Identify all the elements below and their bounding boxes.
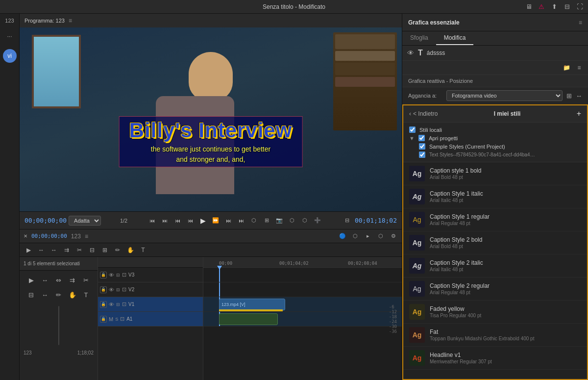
eye-v2[interactable]: 👁	[109, 287, 114, 293]
tool-ripple2[interactable]: ⇔	[53, 275, 64, 285]
tool-ripple-edit[interactable]: ↔	[40, 275, 50, 285]
lock-v3[interactable]: 🔒	[100, 272, 107, 279]
tool-cut[interactable]: ✂	[81, 275, 92, 285]
anchor-select[interactable]: Fotogramma video	[446, 90, 563, 101]
sidebar-vi-button[interactable]: vi	[3, 49, 17, 63]
style-item-caption-1-italic[interactable]: Ag Caption Style 1 italic Arial Italic 4…	[403, 185, 587, 208]
tool-align[interactable]: ⊟	[26, 289, 37, 300]
btn-export-frame[interactable]: 📷	[274, 215, 285, 226]
tool-select-arrow[interactable]: ▶	[26, 275, 37, 285]
btn-prev-frame[interactable]: ⏮	[172, 215, 183, 226]
expand-projects-icon[interactable]: ▼	[409, 135, 415, 141]
btn-go-start[interactable]: ⏮	[147, 215, 157, 226]
back-button[interactable]: ‹ < Indietro	[409, 110, 438, 117]
monitor-menu-icon[interactable]: ≡	[69, 17, 72, 24]
output-v2[interactable]: ⊡	[122, 286, 126, 293]
btn-step-fwd[interactable]: ⏩	[210, 215, 221, 226]
tool-hand[interactable]: ✋	[125, 245, 135, 255]
tab-sfoglia[interactable]: Sfoglia	[402, 31, 436, 45]
tool-rate-stretch[interactable]: ⇉	[67, 275, 78, 285]
eye-v3[interactable]: 👁	[109, 272, 114, 278]
btn-play[interactable]: ▶	[197, 215, 208, 226]
output-v3[interactable]: ⊡	[122, 272, 126, 278]
scrub-icon[interactable]: ⊟	[342, 215, 353, 226]
timeline-menu-icon[interactable]: ≡	[85, 233, 88, 240]
style-item-caption-2-italic[interactable]: Ag Caption Style 2 italic Arial Italic 4…	[403, 254, 587, 278]
style-item-caption-2-bold[interactable]: Ag Caption Style 2 bold Arial Bold 48 pt	[403, 231, 587, 254]
tool-roll[interactable]: ↔	[49, 245, 59, 255]
open-projects-checkbox[interactable]	[418, 135, 425, 141]
style-item-caption-2-regular[interactable]: Ag Caption Style 2 regular Arial Regular…	[403, 278, 587, 301]
output-a1[interactable]: ⊡	[120, 316, 124, 322]
snap-icon[interactable]: 🔵	[338, 232, 347, 241]
visibility-icon[interactable]: 👁	[407, 49, 414, 57]
settings-icon[interactable]: ⚙	[389, 232, 398, 241]
panel-toolbar: 📁 ≡	[402, 61, 588, 75]
ruler-mark-2: 00;02;08;04	[348, 261, 377, 266]
style-item-caption-1-bold[interactable]: Ag Caption style 1 bold Arial Bold 48 pt	[403, 162, 587, 185]
output-v1[interactable]: ⊡	[122, 301, 126, 307]
scale-icon[interactable]: ↔	[576, 92, 582, 100]
list-icon[interactable]: ≡	[574, 63, 584, 73]
export-icon[interactable]: ⬆	[550, 2, 559, 11]
btn-settings[interactable]: ⬡	[299, 215, 310, 226]
tool-type[interactable]: T	[138, 245, 148, 255]
btn-next-clip[interactable]: ⏭	[236, 215, 246, 226]
open-projects-label: Apri progetti	[429, 135, 458, 141]
tool-rate[interactable]: ⇉	[62, 245, 72, 255]
btn-add[interactable]: ➕	[312, 215, 323, 226]
fit-mode-select[interactable]: Adatta	[69, 216, 101, 226]
styles-panel-title: I miei stili	[441, 110, 572, 117]
style-item-headline-v1[interactable]: Ag Headline v1 Merriweather Regular 307 …	[403, 347, 587, 370]
btn-next-frame[interactable]: ⏭	[223, 215, 234, 226]
sample-project-checkbox[interactable]	[419, 143, 425, 150]
sync-v2[interactable]: ⊟	[116, 287, 120, 292]
tab-modifica[interactable]: Modifica	[436, 31, 474, 45]
add-style-button[interactable]: +	[577, 109, 581, 118]
lock-v1[interactable]: 🔒	[100, 301, 107, 308]
sidebar-dots[interactable]: ···	[3, 29, 17, 43]
search-icon[interactable]: ⬡	[376, 232, 385, 241]
monitor-header: Programma: 123 ≡	[20, 14, 402, 27]
btn-loop[interactable]: ⬡	[248, 215, 259, 226]
style-item-fat[interactable]: Ag Fat Toppan Bunkyu Midashi Gothic Extr…	[403, 324, 587, 347]
tool-slip[interactable]: ⊟	[87, 245, 97, 255]
tool-extend[interactable]: ↔	[40, 289, 50, 300]
tool-select[interactable]: ▶	[24, 245, 33, 255]
warning-icon[interactable]: ⚠	[537, 2, 546, 11]
btn-trim[interactable]: ⬡	[287, 215, 297, 226]
btn-safe-margins[interactable]: ⊞	[261, 215, 272, 226]
video-clip-v1[interactable]: 123.mp4 [V]	[219, 299, 285, 310]
tool-pen[interactable]: ✏	[113, 245, 122, 255]
audio-clip-a1[interactable]	[219, 313, 278, 325]
lock-a1[interactable]: 🔒	[100, 316, 107, 323]
btn-step-back[interactable]: ⏮	[185, 215, 196, 226]
tool-hand2[interactable]: ✋	[67, 289, 78, 300]
tool-slide[interactable]: ⊞	[100, 245, 110, 255]
fullscreen-icon[interactable]: ⛶	[575, 2, 584, 11]
close-seq-icon[interactable]: ✕	[24, 233, 27, 239]
textstyles-project-label: Text Styles--f5784529-90c7-8a41-cecf-dd4…	[429, 152, 537, 157]
tool-type2[interactable]: T	[81, 289, 92, 300]
align-icon[interactable]: ⊞	[566, 92, 572, 100]
tool-ripple[interactable]: ↔	[36, 245, 46, 255]
folder-icon[interactable]: 📁	[562, 63, 571, 73]
marker-icon[interactable]: ▸	[364, 232, 372, 241]
tool-pen2[interactable]: ✏	[53, 289, 64, 300]
sync-v3[interactable]: ⊟	[116, 273, 120, 278]
monitor-icon[interactable]: 🖥	[524, 2, 533, 11]
style-item-caption-1-regular[interactable]: Ag Caption Style 1 regular Arial Regular…	[403, 208, 587, 231]
eye-v1[interactable]: 👁	[109, 302, 114, 307]
btn-prev-clip[interactable]: ⏭	[159, 215, 170, 226]
eye-a1[interactable]: M	[109, 316, 113, 322]
layout-icon[interactable]: ⊟	[563, 2, 571, 11]
sync-a1[interactable]: S	[115, 317, 118, 322]
textstyles-project-checkbox[interactable]	[419, 152, 425, 158]
local-styles-checkbox[interactable]	[409, 127, 416, 133]
sync-v1[interactable]: ⊟	[116, 302, 120, 307]
tool-razor[interactable]: ✂	[74, 245, 84, 255]
style-item-faded-yellow[interactable]: Ag Faded yellow Tisa Pro Regular 400 pt	[403, 301, 587, 324]
razor-icon[interactable]: ⬡	[351, 232, 360, 241]
lock-v2[interactable]: 🔒	[100, 286, 107, 293]
panel-menu-icon[interactable]: ≡	[579, 19, 582, 26]
